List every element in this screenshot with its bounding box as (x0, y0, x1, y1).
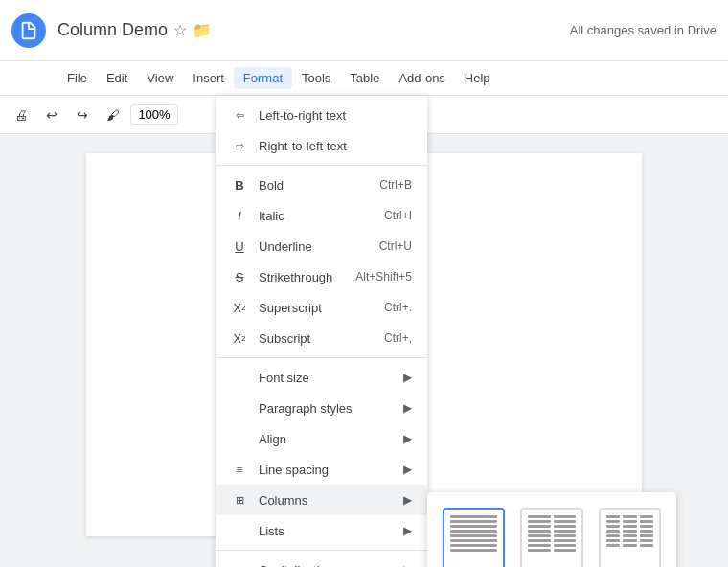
menu-item-tools[interactable]: Tools (292, 67, 340, 89)
folder-icon[interactable]: 📁 (193, 21, 212, 39)
app-bar: Column Demo ☆ 📁 All changes saved in Dri… (0, 0, 728, 61)
divider-2 (216, 357, 427, 358)
col-line (623, 544, 636, 547)
col-line (554, 539, 576, 542)
one-col-preview (450, 515, 497, 567)
three-column-option[interactable] (599, 508, 661, 567)
format-columns[interactable]: ⊞ Columns ▶ (216, 485, 427, 515)
line-spacing-icon: ≡ (228, 464, 251, 475)
col-line (554, 525, 576, 528)
zoom-selector[interactable]: 100% (130, 104, 178, 125)
format-bold[interactable]: B Bold Ctrl+B (216, 170, 427, 200)
format-superscript-label: Superscript (259, 301, 376, 315)
col-line (623, 539, 636, 542)
col-line (450, 515, 497, 518)
col-group-3 (640, 515, 653, 567)
menu-item-view[interactable]: View (137, 67, 183, 89)
autosave-status: All changes saved in Drive (570, 23, 717, 37)
doc-title[interactable]: Column Demo (57, 20, 168, 40)
format-capitalization[interactable]: Capitalization ▶ (216, 555, 427, 567)
col-line (554, 534, 576, 537)
divider-1 (216, 165, 427, 166)
col-line (528, 520, 550, 523)
format-menu: ⇦ Left-to-right text ⇨ Right-to-left tex… (216, 96, 427, 567)
format-line-spacing[interactable]: ≡ Line spacing ▶ (216, 454, 427, 485)
format-ltr[interactable]: ⇦ Left-to-right text (216, 100, 427, 130)
col-group-2 (623, 515, 636, 567)
col-line (528, 539, 550, 542)
col-line (554, 520, 576, 523)
strikethrough-shortcut: Alt+Shift+5 (355, 270, 412, 284)
col-line (640, 534, 653, 537)
menu-item-file[interactable]: File (57, 67, 97, 89)
paintformat-button[interactable]: 🖌 (100, 102, 126, 128)
col-line (554, 544, 576, 547)
col-line (554, 515, 576, 518)
column-options (443, 508, 661, 567)
one-column-option[interactable] (443, 508, 505, 567)
col-line (606, 515, 620, 518)
col-line (606, 525, 620, 528)
col-line (450, 525, 497, 528)
format-lists[interactable]: Lists ▶ (216, 515, 427, 546)
format-underline[interactable]: U Underline Ctrl+U (216, 231, 427, 261)
menu-item-insert[interactable]: Insert (183, 67, 234, 89)
col-line (640, 515, 653, 518)
format-align-label: Align (259, 432, 403, 446)
format-font-size-label: Font size (259, 371, 403, 385)
col-line (606, 534, 620, 537)
underline-icon: U (228, 239, 251, 254)
menu-item-help[interactable]: Help (455, 67, 500, 89)
col-line (528, 544, 550, 547)
menu-item-format[interactable]: Format (234, 67, 292, 89)
undo-button[interactable]: ↩ (38, 102, 65, 128)
format-subscript-label: Subscript (259, 331, 376, 346)
bold-shortcut: Ctrl+B (379, 178, 412, 192)
format-paragraph-styles[interactable]: Paragraph styles ▶ (216, 393, 427, 423)
col-line (450, 534, 497, 537)
menu-item-edit[interactable]: Edit (97, 67, 137, 89)
menu-item-table[interactable]: Table (340, 67, 389, 89)
format-underline-label: Underline (259, 239, 372, 254)
font-size-arrow: ▶ (403, 371, 412, 384)
col-line (554, 530, 576, 533)
format-ltr-label: Left-to-right text (259, 108, 412, 123)
two-column-option[interactable] (520, 508, 582, 567)
two-col-preview (528, 515, 575, 567)
format-rtl[interactable]: ⇨ Right-to-left text (216, 130, 427, 161)
print-button[interactable]: 🖨 (8, 102, 34, 128)
format-strikethrough-label: Strikethrough (259, 270, 348, 284)
subscript-shortcut: Ctrl+, (384, 331, 412, 345)
three-col-preview (606, 515, 653, 567)
format-subscript[interactable]: X2 Subscript Ctrl+, (216, 323, 427, 353)
columns-icon: ⊞ (228, 494, 251, 507)
col-line (450, 539, 497, 542)
col-line (554, 549, 576, 552)
format-columns-label: Columns (259, 493, 403, 508)
format-italic[interactable]: I Italic Ctrl+I (216, 200, 427, 231)
col-line (528, 530, 550, 533)
rtl-icon: ⇨ (228, 140, 251, 152)
format-strikethrough[interactable]: S Strikethrough Alt+Shift+5 (216, 261, 427, 292)
format-paragraph-styles-label: Paragraph styles (259, 401, 403, 416)
columns-submenu: More options... (427, 492, 676, 567)
menu-item-addons[interactable]: Add-ons (389, 67, 454, 89)
star-icon[interactable]: ☆ (173, 21, 187, 39)
align-arrow: ▶ (403, 432, 412, 445)
underline-shortcut: Ctrl+U (379, 239, 412, 253)
format-align[interactable]: Align ▶ (216, 423, 427, 454)
capitalization-arrow: ▶ (403, 563, 412, 567)
col-line (640, 520, 653, 523)
col-line (623, 530, 636, 533)
col-line (606, 539, 620, 542)
lists-arrow: ▶ (403, 524, 412, 537)
italic-icon: I (228, 209, 251, 223)
col-line (606, 530, 620, 533)
app-icon (11, 13, 46, 48)
col-line (528, 525, 550, 528)
format-font-size[interactable]: Font size ▶ (216, 362, 427, 393)
format-superscript[interactable]: X2 Superscript Ctrl+. (216, 292, 427, 323)
redo-button[interactable]: ↪ (69, 102, 96, 128)
col-line (528, 549, 550, 552)
col-line (606, 520, 620, 523)
